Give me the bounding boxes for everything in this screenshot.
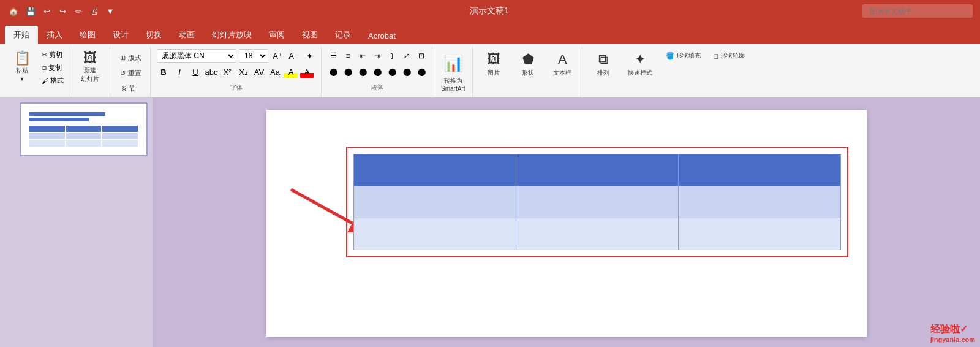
- clear-format-button[interactable]: ✦: [303, 49, 316, 63]
- increase-font-button[interactable]: A⁺: [271, 49, 284, 63]
- table-cell[interactable]: [679, 154, 841, 186]
- bold-button[interactable]: B: [157, 65, 170, 78]
- paste-button[interactable]: 📋 粘贴 ▼: [7, 49, 37, 85]
- picture-button[interactable]: 🖼 图片: [479, 49, 508, 80]
- decrease-font-button[interactable]: A⁻: [287, 49, 300, 63]
- section-icon: §: [122, 85, 126, 92]
- format-icon: 🖌: [42, 77, 48, 85]
- shape-button[interactable]: ⬟ 形状: [513, 49, 543, 80]
- table-cell[interactable]: [679, 218, 841, 250]
- reset-button[interactable]: ↺ 重置: [116, 66, 145, 80]
- table-cell[interactable]: [354, 154, 516, 186]
- more-para-button[interactable]: ⬤: [415, 65, 428, 78]
- align-right-button[interactable]: ⬤: [356, 65, 369, 78]
- tab-review[interactable]: 审阅: [260, 26, 293, 44]
- thumb-cell: [29, 140, 65, 147]
- redo-icon[interactable]: ↪: [56, 5, 69, 17]
- font-spacing-button[interactable]: AV: [252, 65, 266, 78]
- new-slide-button[interactable]: 🖼 新建幻灯片: [75, 49, 105, 86]
- dropdown-icon[interactable]: ▼: [104, 5, 116, 17]
- edit-icon[interactable]: ✏: [72, 5, 85, 17]
- italic-button[interactable]: I: [173, 65, 186, 78]
- font-row2: B I U abc X² X₂ AV Aa A A: [157, 65, 316, 78]
- tab-home[interactable]: 开始: [5, 26, 38, 44]
- change-case-button[interactable]: Aa: [268, 65, 282, 78]
- text-direction-button[interactable]: ⤢: [400, 49, 413, 63]
- table-cell[interactable]: [354, 186, 516, 218]
- save-icon[interactable]: 💾: [24, 5, 37, 17]
- table-cell[interactable]: [354, 218, 516, 250]
- paragraph-group-label: 段落: [371, 82, 383, 94]
- app-body: 1: [0, 97, 980, 347]
- numbering-button[interactable]: ≡: [341, 49, 355, 63]
- align-center-button[interactable]: ⬤: [341, 65, 355, 78]
- tab-acrobat[interactable]: Acrobat: [360, 28, 404, 44]
- table-cell[interactable]: [516, 154, 679, 186]
- watermark-url: jingyanla.com: [930, 336, 975, 343]
- decrease-indent-button[interactable]: ⇤: [356, 49, 369, 63]
- print-icon[interactable]: 🖨: [88, 5, 100, 17]
- superscript-button[interactable]: X²: [221, 65, 234, 78]
- tab-view[interactable]: 视图: [293, 26, 326, 44]
- increase-indent-button[interactable]: ⇥: [371, 49, 384, 63]
- picture-label: 图片: [488, 69, 500, 77]
- shape-outline-button[interactable]: ◻ 形状轮廓: [709, 49, 748, 63]
- font-color-button[interactable]: A: [300, 65, 314, 78]
- justify-button[interactable]: ⬤: [371, 65, 384, 78]
- bullets-button[interactable]: ☰: [326, 49, 340, 63]
- title-bar: 🏠 💾 ↩ ↪ ✏ 🖨 ▼ 演示文稿1: [0, 0, 980, 22]
- underline-button[interactable]: U: [189, 65, 202, 78]
- tab-design[interactable]: 设计: [104, 26, 137, 44]
- smartart-button[interactable]: 📊 转换为SmartArt: [439, 49, 467, 97]
- cut-button[interactable]: ✂ 剪切: [39, 49, 66, 61]
- outline-label: 形状轮廓: [720, 51, 745, 60]
- strikethrough-button[interactable]: abc: [205, 65, 218, 78]
- format-button[interactable]: 🖌 格式: [39, 75, 66, 86]
- table-cell[interactable]: [516, 186, 679, 218]
- columns-button[interactable]: ⫿: [385, 49, 399, 63]
- slide-canvas[interactable]: [266, 110, 867, 337]
- layout-button[interactable]: ⊞ 版式: [116, 51, 145, 65]
- tab-insert[interactable]: 插入: [38, 26, 71, 44]
- copy-button[interactable]: ⧉ 复制: [39, 62, 66, 74]
- home-icon[interactable]: 🏠: [7, 5, 20, 17]
- paste-icon: 📋: [14, 51, 31, 65]
- arrange-icon: ⧉: [598, 51, 608, 67]
- paste-dropdown[interactable]: ▼: [20, 76, 25, 82]
- watermark-text: 经验啦✓: [930, 323, 975, 336]
- font-size-select[interactable]: 18: [239, 49, 268, 63]
- reset-label: 重置: [128, 69, 141, 78]
- undo-icon[interactable]: ↩: [40, 5, 53, 17]
- smartart-area: 📊 转换为SmartArt: [439, 49, 467, 97]
- quick-style-button[interactable]: ✦ 快速样式: [623, 49, 657, 80]
- paragraph-spacing-button[interactable]: ⬤: [400, 65, 413, 78]
- tab-transitions[interactable]: 切换: [137, 26, 170, 44]
- clipboard-group: 📋 粘贴 ▼ ✂ 剪切 ⧉ 复制 🖌 格式: [2, 47, 69, 97]
- align-text-button[interactable]: ⊡: [415, 49, 428, 63]
- title-bar-right: [862, 4, 973, 18]
- textbox-button[interactable]: A 文本框: [548, 49, 577, 80]
- highlight-button[interactable]: A: [284, 65, 298, 78]
- slide-thumbnail[interactable]: [20, 102, 148, 156]
- subscript-button[interactable]: X₂: [236, 65, 250, 78]
- insert-group: 🖼 图片 ⬟ 形状 A 文本框: [474, 47, 582, 97]
- thumb-cell: [29, 126, 65, 132]
- font-family-select[interactable]: 思源黑体 CN: [157, 49, 236, 63]
- tab-slideshow[interactable]: 幻灯片放映: [203, 26, 260, 44]
- cut-label: 剪切: [49, 50, 62, 59]
- tab-record[interactable]: 记录: [326, 26, 360, 44]
- thumb-cell: [102, 133, 138, 139]
- line-spacing-button[interactable]: ⬤: [385, 65, 399, 78]
- search-input[interactable]: [862, 4, 973, 18]
- table-cell[interactable]: [679, 186, 841, 218]
- arrange-button[interactable]: ⧉ 排列: [589, 49, 618, 80]
- table-cell[interactable]: [516, 218, 679, 250]
- tab-animations[interactable]: 动画: [170, 26, 203, 44]
- tab-draw[interactable]: 绘图: [71, 26, 104, 44]
- shape-fill-button[interactable]: 🪣 形状填充: [662, 49, 704, 63]
- layout-icon: ⊞: [120, 54, 126, 62]
- section-button[interactable]: § 节: [116, 82, 141, 96]
- align-left-button[interactable]: ⬤: [326, 65, 340, 78]
- slide-table-wrapper[interactable]: [346, 147, 848, 257]
- textbox-label: 文本框: [553, 69, 571, 77]
